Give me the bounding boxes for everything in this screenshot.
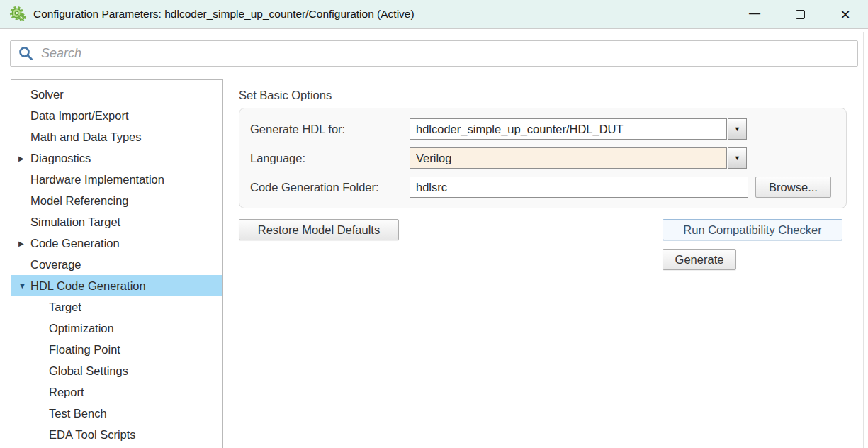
search-input[interactable]: [35, 41, 857, 66]
sidebar-item-label: Code Generation: [30, 237, 120, 250]
sidebar-item-label: Global Settings: [49, 364, 128, 378]
generate-hdl-for-dropdown-button[interactable]: ▼: [728, 118, 747, 140]
sidebar-item-global-settings[interactable]: Global Settings: [11, 360, 222, 381]
close-icon: ✕: [840, 7, 850, 23]
code-generation-folder-row: Code Generation Folder: Browse...: [250, 177, 831, 198]
search-bar: [10, 40, 858, 67]
sidebar-item-code-generation[interactable]: ▶ Code Generation: [11, 233, 222, 254]
chevron-down-icon: ▼: [734, 125, 740, 133]
sidebar-item-label: Diagnostics: [30, 152, 91, 165]
chevron-right-icon[interactable]: ▶: [18, 240, 30, 247]
language-label: Language:: [250, 152, 410, 165]
sidebar-item-hardware-implementation[interactable]: Hardware Implementation: [11, 169, 222, 190]
window-controls: — ✕: [732, 0, 868, 29]
browse-button[interactable]: Browse...: [755, 177, 831, 198]
maximize-icon: [796, 10, 805, 19]
sidebar-item-report[interactable]: Report: [11, 381, 222, 403]
generate-hdl-for-label: Generate HDL for:: [250, 123, 410, 136]
minimize-button[interactable]: —: [732, 0, 777, 29]
run-checker-button-label: Run Compatibility Checker: [683, 223, 821, 237]
sidebar-item-data-import-export[interactable]: Data Import/Export: [11, 105, 222, 126]
run-compatibility-checker-button[interactable]: Run Compatibility Checker: [663, 219, 842, 240]
sidebar-item-math-and-data-types[interactable]: Math and Data Types: [11, 126, 222, 147]
window-title: Configuration Parameters: hdlcoder_simpl…: [33, 8, 415, 21]
sidebar-item-label: Test Bench: [49, 407, 107, 420]
sidebar-item-label: Data Import/Export: [30, 109, 128, 123]
sidebar-item-coverage[interactable]: Coverage: [11, 254, 222, 275]
close-button[interactable]: ✕: [823, 0, 868, 29]
language-combobox[interactable]: [410, 147, 727, 169]
title-bar: Configuration Parameters: hdlcoder_simpl…: [0, 0, 868, 29]
page-title: Set Basic Options: [239, 89, 332, 102]
window-right-edge: [863, 32, 864, 448]
code-generation-folder-label: Code Generation Folder:: [250, 181, 410, 194]
sidebar-item-label: Report: [49, 386, 84, 399]
sidebar-item-label: Model Referencing: [30, 194, 129, 208]
sidebar-item-test-bench[interactable]: Test Bench: [11, 403, 222, 424]
sidebar-item-model-referencing[interactable]: Model Referencing: [11, 190, 222, 211]
configuration-gear-icon: [9, 6, 26, 23]
sidebar-item-label: Floating Point: [49, 343, 120, 357]
sidebar-item-optimization[interactable]: Optimization: [11, 318, 222, 339]
restore-model-defaults-button[interactable]: Restore Model Defaults: [239, 219, 399, 240]
sidebar-item-label: Simulation Target: [30, 215, 120, 229]
sidebar-item-eda-tool-scripts[interactable]: EDA Tool Scripts: [11, 424, 222, 445]
maximize-button[interactable]: [777, 0, 823, 29]
search-icon: [18, 45, 35, 62]
sidebar-item-floating-point[interactable]: Floating Point: [11, 339, 222, 360]
sidebar-item-simulation-target[interactable]: Simulation Target: [11, 211, 222, 233]
sidebar-item-label: Solver: [30, 88, 64, 101]
sidebar-item-solver[interactable]: Solver: [11, 84, 222, 105]
chevron-right-icon[interactable]: ▶: [18, 155, 30, 162]
sidebar-item-target[interactable]: Target: [11, 296, 222, 318]
sidebar-item-label: HDL Code Generation: [30, 279, 146, 293]
configuration-tree: Solver Data Import/Export Math and Data …: [11, 79, 223, 448]
generate-hdl-for-row: Generate HDL for: ▼: [250, 118, 747, 140]
browse-button-label: Browse...: [769, 181, 818, 194]
language-row: Language: ▼: [250, 147, 747, 169]
sidebar-item-label: Coverage: [30, 258, 81, 271]
generate-button-label: Generate: [675, 253, 724, 267]
sidebar-item-label: Math and Data Types: [30, 130, 142, 144]
chevron-down-icon[interactable]: ▼: [18, 281, 30, 290]
restore-button-label: Restore Model Defaults: [258, 223, 380, 237]
language-dropdown-button[interactable]: ▼: [728, 147, 747, 169]
sidebar-item-label: Target: [49, 301, 81, 314]
chevron-down-icon: ▼: [734, 155, 740, 162]
sidebar-item-label: Optimization: [49, 322, 114, 335]
sidebar-item-hdl-code-generation[interactable]: ▼ HDL Code Generation: [11, 275, 222, 296]
generate-button[interactable]: Generate: [663, 249, 736, 270]
basic-options-group: Generate HDL for: ▼ Language: ▼ Code Gen…: [239, 108, 847, 208]
code-generation-folder-input[interactable]: [410, 177, 748, 198]
sidebar-item-label: Hardware Implementation: [30, 173, 164, 186]
sidebar-item-label: EDA Tool Scripts: [49, 428, 136, 442]
sidebar-item-diagnostics[interactable]: ▶ Diagnostics: [11, 147, 222, 169]
generate-hdl-for-combobox[interactable]: [410, 118, 727, 140]
